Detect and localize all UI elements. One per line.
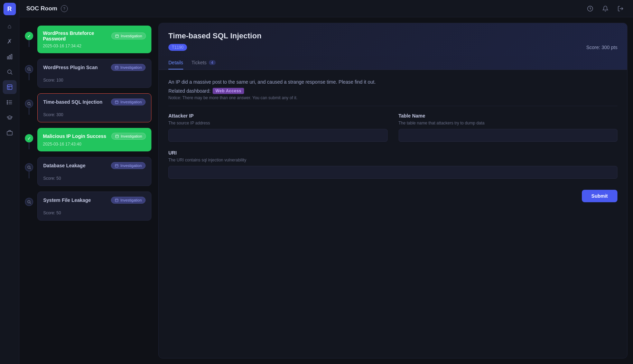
timeline-line-1 [29, 40, 29, 47]
challenge-card-6[interactable]: System File Leakage Investigation Score:… [37, 192, 151, 221]
challenge-card-5[interactable]: Database Leakage Investigation Score: 50 [37, 157, 151, 186]
detail-score: Score: 300 pts [586, 45, 617, 50]
svg-rect-1 [9, 55, 10, 59]
svg-rect-25 [115, 101, 118, 103]
svg-point-12 [7, 102, 8, 103]
timeline-line-4 [29, 142, 29, 149]
fields-grid: Attacker IP The source IP address Table … [168, 113, 617, 142]
svg-line-24 [30, 104, 31, 105]
timeline-dot-6 [25, 198, 33, 206]
card-timestamp-1: 2025-03-16 17:34:42 [43, 44, 146, 48]
card-badge-1: Investigation [111, 32, 146, 39]
card-title-5: Database Leakage [43, 163, 85, 168]
timeline-line-2 [29, 73, 29, 80]
attacker-ip-field: Attacker IP The source IP address [168, 113, 388, 142]
sidebar-item-list[interactable] [3, 95, 17, 109]
svg-rect-2 [11, 54, 12, 59]
svg-rect-21 [115, 66, 118, 69]
card-header-6: System File Leakage Investigation [38, 192, 151, 208]
timeline-item-2: WordPress Plugin Scan Investigation Scor… [25, 59, 151, 93]
card-header-2: WordPress Plugin Scan Investigation [38, 59, 151, 75]
topbar-actions [585, 3, 626, 14]
sidebar-item-graduation[interactable] [3, 111, 17, 124]
card-badge-5: Investigation [111, 162, 146, 169]
topbar: SOC Room ? [19, 0, 633, 17]
svg-rect-27 [116, 135, 119, 138]
card-score-5: Score: 50 [43, 176, 146, 181]
help-button[interactable]: ? [61, 5, 68, 12]
attacker-ip-label: Attacker IP [168, 113, 388, 119]
card-body-4: 2025-03-16 17:43:40 [37, 140, 151, 151]
sidebar-item-search[interactable] [3, 65, 17, 79]
submit-button[interactable]: Submit [582, 190, 617, 202]
svg-rect-5 [7, 85, 12, 90]
svg-rect-17 [116, 35, 119, 37]
sidebar-item-home[interactable]: ⌂ [3, 19, 17, 33]
svg-rect-14 [7, 131, 12, 135]
sidebar-item-analytics[interactable]: ✗ [3, 35, 17, 48]
content-area: ✓ WordPress Bruteforce Password Investig… [19, 17, 633, 364]
svg-point-19 [28, 68, 30, 70]
detail-title: Time-based SQL Injection [168, 31, 617, 40]
card-badge-2: Investigation [111, 64, 146, 71]
card-title-6: System File Leakage [43, 197, 91, 203]
uri-sublabel: The URI contains sql injection vulnerabi… [168, 158, 617, 162]
challenge-card-3[interactable]: Time-based SQL Injection Investigation S… [37, 93, 151, 122]
timeline-connector-4: ✓ [25, 128, 33, 149]
svg-line-30 [30, 168, 31, 169]
challenge-card-4[interactable]: Malicious IP Login Success Investigation… [37, 128, 151, 151]
timeline-connector-2 [25, 59, 33, 80]
card-title-2: WordPress Plugin Scan [43, 65, 98, 70]
card-badge-3: Investigation [111, 99, 146, 105]
svg-rect-31 [115, 164, 118, 167]
svg-point-29 [28, 166, 30, 168]
table-name-field: Table Name The table name that attackers… [399, 113, 618, 142]
card-body-6: Score: 50 [38, 211, 151, 220]
detail-tags: T1190 Score: 300 pts [168, 44, 617, 51]
timeline-line-3 [29, 108, 29, 115]
card-title-4: Malicious IP Login Success [43, 133, 106, 139]
sidebar-item-cases[interactable] [3, 126, 17, 140]
related-dashboard: Related dashboard: Web Access [168, 88, 617, 94]
attacker-ip-input[interactable] [168, 129, 388, 142]
detail-tag: T1190 [168, 44, 187, 51]
submit-row: Submit [168, 190, 617, 202]
tab-tickets[interactable]: Tickets 4 [192, 56, 216, 69]
table-name-sublabel: The table name that attackers try to dum… [399, 121, 618, 125]
notifications-button[interactable] [600, 3, 611, 14]
timeline-item-3: Time-based SQL Injection Investigation S… [25, 93, 151, 128]
timeline-dot-4: ✓ [25, 134, 33, 142]
app-logo: R [3, 3, 16, 15]
detail-header: Time-based SQL Injection T1190 Score: 30… [159, 23, 627, 56]
svg-point-23 [28, 102, 30, 105]
svg-rect-35 [115, 199, 118, 202]
card-header-5: Database Leakage Investigation [38, 157, 151, 173]
challenge-card-2[interactable]: WordPress Plugin Scan Investigation Scor… [37, 59, 151, 88]
dashboard-tag: Web Access [213, 88, 244, 94]
table-name-label: Table Name [399, 113, 618, 119]
uri-input[interactable] [168, 166, 617, 179]
svg-line-20 [30, 70, 31, 71]
history-button[interactable] [585, 3, 596, 14]
svg-line-4 [11, 73, 12, 74]
timeline-connector-5 [25, 157, 33, 178]
card-score-2: Score: 100 [43, 78, 146, 83]
timeline-connector-6 [25, 192, 33, 206]
table-name-input[interactable] [399, 129, 618, 142]
timeline-item-6: System File Leakage Investigation Score:… [25, 192, 151, 226]
timeline-item-1: ✓ WordPress Bruteforce Password Investig… [25, 26, 151, 59]
tab-details[interactable]: Details [168, 56, 183, 69]
svg-rect-0 [7, 57, 8, 59]
exit-button[interactable] [615, 3, 626, 14]
card-badge-4: Investigation [111, 133, 146, 140]
card-header-1: WordPress Bruteforce Password Investigat… [37, 26, 151, 41]
challenge-card-1[interactable]: WordPress Bruteforce Password Investigat… [37, 26, 151, 53]
timeline-dot-3 [25, 100, 33, 108]
sidebar-item-notebook[interactable] [3, 80, 17, 94]
sidebar-item-chart[interactable] [3, 50, 17, 64]
timeline-connector-1: ✓ [25, 26, 33, 47]
svg-point-11 [7, 100, 8, 101]
timeline-dot-5 [25, 163, 33, 171]
tickets-count-badge: 4 [209, 60, 216, 65]
uri-label: URI [168, 150, 617, 156]
